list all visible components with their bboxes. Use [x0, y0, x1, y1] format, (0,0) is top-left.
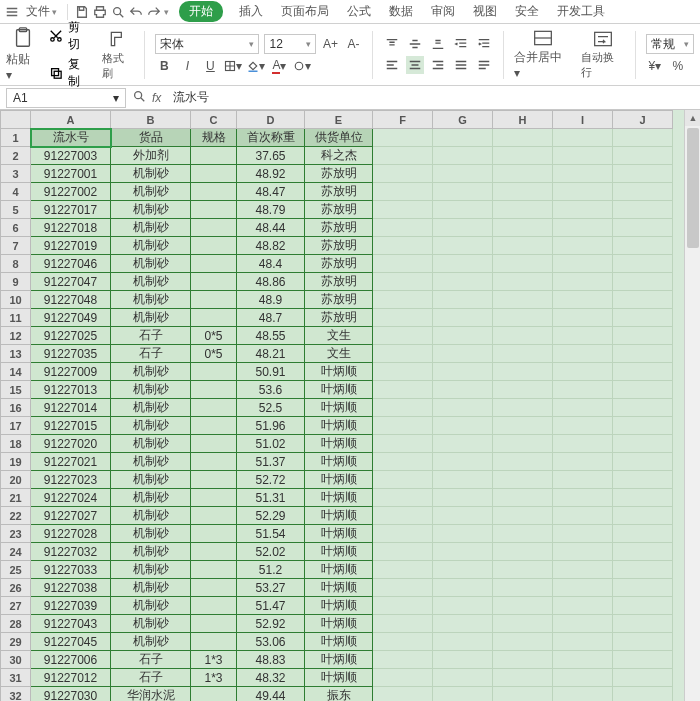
- font-grow-icon[interactable]: A+: [321, 35, 339, 53]
- vertical-scrollbar[interactable]: ▲: [684, 110, 700, 701]
- cell[interactable]: 91227015: [31, 417, 111, 435]
- cell[interactable]: 机制砂: [111, 417, 191, 435]
- cell[interactable]: [373, 237, 433, 255]
- cell[interactable]: [373, 327, 433, 345]
- cell[interactable]: [493, 183, 553, 201]
- row-header[interactable]: 10: [1, 291, 31, 309]
- row-header[interactable]: 31: [1, 669, 31, 687]
- cell[interactable]: 苏放明: [305, 201, 373, 219]
- cell[interactable]: [553, 489, 613, 507]
- cell[interactable]: [553, 201, 613, 219]
- row-header[interactable]: 20: [1, 471, 31, 489]
- copy-button[interactable]: 复制: [49, 56, 92, 90]
- cell[interactable]: [493, 147, 553, 165]
- cell[interactable]: 叶炳顺: [305, 525, 373, 543]
- cell[interactable]: [613, 543, 673, 561]
- row-header[interactable]: 13: [1, 345, 31, 363]
- cell[interactable]: 37.65: [237, 147, 305, 165]
- cell[interactable]: [493, 291, 553, 309]
- cell[interactable]: 叶炳顺: [305, 453, 373, 471]
- cell[interactable]: 91227002: [31, 183, 111, 201]
- scrollbar-thumb[interactable]: [687, 128, 699, 248]
- cell[interactable]: [613, 237, 673, 255]
- cell[interactable]: 机制砂: [111, 471, 191, 489]
- cell[interactable]: 51.47: [237, 597, 305, 615]
- cell[interactable]: [373, 435, 433, 453]
- cell[interactable]: 91227047: [31, 273, 111, 291]
- cell[interactable]: [191, 381, 237, 399]
- cell[interactable]: [613, 615, 673, 633]
- cell[interactable]: [613, 417, 673, 435]
- cell[interactable]: 叶炳顺: [305, 471, 373, 489]
- cell[interactable]: [613, 273, 673, 291]
- cell[interactable]: 91227025: [31, 327, 111, 345]
- cell[interactable]: [433, 471, 493, 489]
- cell[interactable]: 机制砂: [111, 183, 191, 201]
- cell[interactable]: 91227028: [31, 525, 111, 543]
- preview-icon[interactable]: [110, 4, 126, 20]
- cell[interactable]: [613, 669, 673, 687]
- cell[interactable]: [493, 525, 553, 543]
- cell[interactable]: [373, 309, 433, 327]
- cell[interactable]: 91227021: [31, 453, 111, 471]
- row-header[interactable]: 6: [1, 219, 31, 237]
- cell[interactable]: 91227049: [31, 309, 111, 327]
- cell[interactable]: [493, 327, 553, 345]
- undo-icon[interactable]: [128, 4, 144, 20]
- cell[interactable]: 48.55: [237, 327, 305, 345]
- cell[interactable]: [493, 543, 553, 561]
- cell[interactable]: [433, 381, 493, 399]
- col-header[interactable]: A: [31, 111, 111, 129]
- cell[interactable]: [433, 309, 493, 327]
- cell[interactable]: [433, 219, 493, 237]
- cell[interactable]: [493, 453, 553, 471]
- cell[interactable]: 91227046: [31, 255, 111, 273]
- row-header[interactable]: 1: [1, 129, 31, 147]
- cell[interactable]: [191, 453, 237, 471]
- cell[interactable]: [613, 183, 673, 201]
- menu-icon[interactable]: [4, 4, 20, 20]
- cell[interactable]: [493, 363, 553, 381]
- cell[interactable]: [493, 381, 553, 399]
- align-middle-icon[interactable]: [406, 35, 424, 53]
- cell[interactable]: 91227013: [31, 381, 111, 399]
- col-header[interactable]: C: [191, 111, 237, 129]
- cell[interactable]: [613, 291, 673, 309]
- cell[interactable]: 叶炳顺: [305, 543, 373, 561]
- cell[interactable]: [373, 687, 433, 702]
- paste-button[interactable]: 粘贴 ▾: [6, 27, 39, 82]
- cell[interactable]: [493, 561, 553, 579]
- cell[interactable]: [613, 633, 673, 651]
- align-justify-icon[interactable]: [452, 56, 470, 74]
- cell[interactable]: 石子: [111, 327, 191, 345]
- cell[interactable]: [613, 579, 673, 597]
- cell[interactable]: [191, 165, 237, 183]
- row-header[interactable]: 28: [1, 615, 31, 633]
- align-dist-icon[interactable]: [475, 56, 493, 74]
- cell[interactable]: [191, 633, 237, 651]
- cell[interactable]: 48.4: [237, 255, 305, 273]
- cell[interactable]: [433, 237, 493, 255]
- cell[interactable]: [613, 435, 673, 453]
- cell[interactable]: 苏放明: [305, 219, 373, 237]
- cell[interactable]: [613, 471, 673, 489]
- align-right-icon[interactable]: [429, 56, 447, 74]
- cell[interactable]: [433, 453, 493, 471]
- cell[interactable]: [613, 525, 673, 543]
- cell[interactable]: [373, 363, 433, 381]
- cell[interactable]: [553, 363, 613, 381]
- row-header[interactable]: 32: [1, 687, 31, 702]
- cell[interactable]: [493, 471, 553, 489]
- cell[interactable]: [553, 633, 613, 651]
- cell[interactable]: [613, 687, 673, 702]
- row-header[interactable]: 15: [1, 381, 31, 399]
- cell[interactable]: [373, 471, 433, 489]
- fx-icon[interactable]: fx: [152, 91, 161, 105]
- cell[interactable]: 机制砂: [111, 543, 191, 561]
- cell[interactable]: [191, 597, 237, 615]
- cell[interactable]: 51.31: [237, 489, 305, 507]
- cell[interactable]: [191, 507, 237, 525]
- cell[interactable]: [191, 147, 237, 165]
- cell[interactable]: 91227001: [31, 165, 111, 183]
- cell[interactable]: [191, 201, 237, 219]
